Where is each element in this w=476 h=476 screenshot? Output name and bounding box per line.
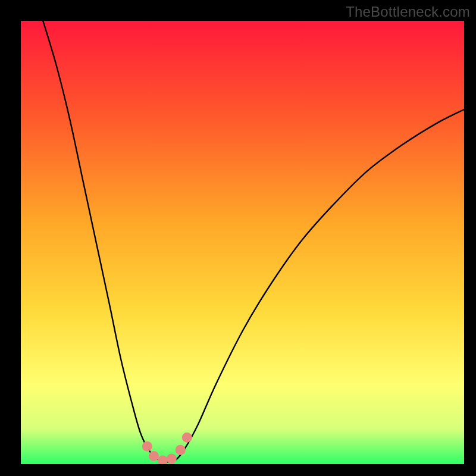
optimum-dot — [176, 445, 186, 455]
optimum-dot — [167, 454, 177, 464]
chart-frame: TheBottleneck.com — [0, 0, 476, 476]
optimum-dot — [182, 433, 192, 443]
plot-area — [21, 21, 464, 464]
gradient-background — [21, 21, 464, 464]
watermark-text: TheBottleneck.com — [346, 4, 470, 20]
optimum-dot — [149, 451, 159, 461]
optimum-dot — [142, 441, 152, 452]
bottleneck-chart — [21, 21, 464, 464]
